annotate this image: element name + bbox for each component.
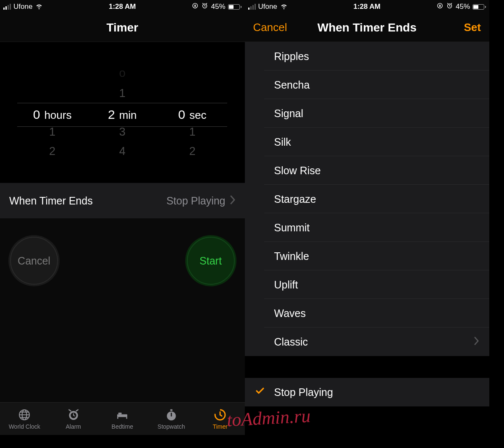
seconds-wheel[interactable]: 1 2 3 [158,122,228,165]
carrier-label: Ufone [258,3,277,11]
sound-option-classic[interactable]: Classic [245,327,490,356]
set-button[interactable]: Set [464,21,481,34]
time-picker[interactable]: 1 2 3 0 1 . 3 4 5 [0,42,245,183]
svg-rect-12 [170,409,172,411]
cell-signal-icon [248,4,256,10]
sound-option-silk[interactable]: Silk [245,128,490,156]
checkmark-icon [255,386,265,398]
cancel-button[interactable]: Cancel [253,21,287,34]
tab-timer[interactable]: Timer [196,403,245,435]
tab-alarm[interactable]: Alarm [49,403,98,435]
sound-option-twinkle[interactable]: Twinkle [245,242,490,270]
svg-rect-8 [117,417,118,419]
sound-option-stop-playing[interactable]: Stop Playing [245,378,490,406]
sound-option-ripples[interactable]: Ripples [245,42,490,71]
alarm-icon [201,2,208,11]
sound-option-sencha[interactable]: Sencha [245,71,490,99]
tab-bar: World Clock Alarm Bedtime Stopwatch Time… [0,402,245,435]
tab-bedtime[interactable]: Bedtime [98,403,147,435]
sound-option-summit[interactable]: Summit [245,213,490,242]
wifi-icon [280,2,288,12]
sound-option-slow-rise[interactable]: Slow Rise [245,156,490,185]
sound-option-stargaze[interactable]: Stargaze [245,185,490,213]
start-button[interactable]: Start [185,235,236,286]
svg-rect-7 [117,414,127,417]
page-title: Timer [106,21,138,34]
when-timer-ends-row[interactable]: When Timer Ends Stop Playing [0,183,245,218]
sound-option-signal[interactable]: Signal [245,99,490,128]
wifi-icon [35,2,43,12]
svg-rect-10 [118,412,122,414]
status-bar-right: Ufone 1:28 AM 45% [245,0,490,13]
sounds-header: Cancel When Timer Ends Set [245,13,490,42]
sounds-list[interactable]: Ripples Sencha Signal Silk Slow Rise Sta… [245,42,490,435]
wte-label: When Timer Ends [9,195,93,207]
page-title: When Timer Ends [318,21,417,34]
svg-rect-1 [195,5,196,6]
battery-pct: 45% [211,3,225,11]
when-timer-ends-screen: Ufone 1:28 AM 45% Cancel W [245,0,490,435]
chevron-right-icon [474,335,479,348]
sound-option-uplift[interactable]: Uplift [245,270,490,299]
cell-signal-icon [3,4,11,10]
svg-rect-15 [439,5,440,6]
rotation-lock-icon [192,2,199,11]
hours-wheel[interactable]: 1 2 3 [17,122,87,165]
timer-screen: Ufone 1:28 AM 45% Timer [0,0,245,435]
cancel-button[interactable]: Cancel [8,235,60,286]
svg-rect-9 [126,417,128,419]
chevron-right-icon [230,195,236,207]
tab-world-clock[interactable]: World Clock [0,403,49,435]
rotation-lock-icon [436,2,444,11]
wte-value: Stop Playing [166,195,225,207]
battery-pct: 45% [456,3,470,11]
sound-option-waves[interactable]: Waves [245,299,490,327]
alarm-icon [446,2,453,11]
carrier-label: Ufone [13,3,32,11]
battery-icon [472,4,486,10]
tab-stopwatch[interactable]: Stopwatch [147,403,196,435]
battery-icon [228,4,242,10]
timer-header: Timer [0,13,245,42]
status-bar-left: Ufone 1:28 AM 45% [0,0,245,13]
